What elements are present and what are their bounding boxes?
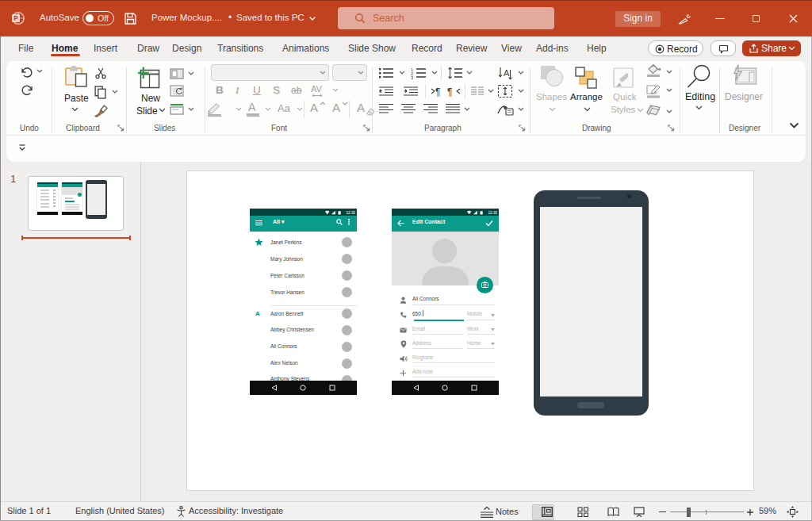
svg-text:12:30: 12:30 [488, 211, 498, 215]
svg-text:P: P [13, 14, 18, 22]
svg-text:¶: ¶ [447, 86, 452, 97]
svg-text:12:30: 12:30 [347, 211, 356, 215]
svg-text:A: A [504, 68, 510, 78]
svg-text:3: 3 [411, 75, 413, 79]
svg-text:AV: AV [311, 84, 323, 94]
svg-text:¶: ¶ [435, 86, 440, 97]
